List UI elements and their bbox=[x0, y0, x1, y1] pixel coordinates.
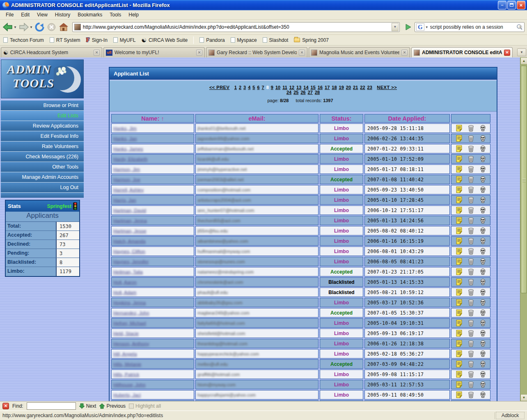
skull-icon[interactable] bbox=[479, 278, 486, 285]
sidebar-item-browse-or-print[interactable]: Browse or Print bbox=[1, 100, 84, 111]
tab-close-icon[interactable]: ✕ bbox=[196, 50, 202, 56]
trash-icon[interactable] bbox=[467, 186, 474, 193]
note-icon[interactable] bbox=[456, 166, 463, 173]
applicant-name-link[interactable]: Holt, Adam bbox=[112, 290, 136, 295]
url-dropdown-icon[interactable]: ▼ bbox=[392, 23, 399, 31]
menu-tools[interactable]: Tools bbox=[106, 11, 124, 19]
tab-list-dropdown-icon[interactable]: ▼ bbox=[517, 48, 526, 56]
bookmark-item[interactable]: FSign-In bbox=[86, 37, 108, 43]
pagination-page-link[interactable]: 14 bbox=[303, 85, 308, 90]
sidebar-item-rate-volunteers[interactable]: Rate Volunteers bbox=[1, 142, 84, 152]
tab-close-icon[interactable]: ✕ bbox=[299, 50, 305, 56]
sidebar-item-log-out[interactable]: Log Out bbox=[1, 183, 84, 193]
applicant-name-link[interactable]: Harmon, Jim bbox=[112, 167, 140, 172]
trash-icon[interactable] bbox=[467, 196, 474, 203]
trash-icon[interactable] bbox=[467, 299, 474, 306]
applicant-name-link[interactable]: Hefner, Michael bbox=[112, 321, 146, 326]
trash-icon[interactable] bbox=[467, 237, 474, 244]
menu-view[interactable]: View bbox=[34, 11, 51, 19]
applicant-name-link[interactable]: Hanks, Jan bbox=[112, 136, 137, 141]
note-icon[interactable] bbox=[456, 176, 463, 183]
bookmark-item[interactable]: Slashdot bbox=[263, 37, 289, 43]
applicant-name-link[interactable]: Hills, Patrick bbox=[112, 372, 139, 377]
skull-icon[interactable] bbox=[479, 237, 486, 244]
bookmark-item[interactable]: ☯CIRCA Web Suite bbox=[141, 37, 188, 43]
skull-icon[interactable] bbox=[479, 207, 486, 214]
pagination-page-link[interactable]: 6 bbox=[257, 85, 259, 90]
applicant-name-link[interactable]: Hills, Melanie bbox=[112, 362, 141, 367]
highlight-all-toggle[interactable]: Highlight all bbox=[129, 403, 161, 409]
pagination-page-link[interactable]: 26 bbox=[300, 90, 305, 95]
trash-icon[interactable] bbox=[467, 350, 474, 357]
skull-icon[interactable] bbox=[479, 166, 486, 173]
note-icon[interactable] bbox=[456, 217, 463, 224]
go-button[interactable] bbox=[403, 22, 413, 32]
pagination-page-link[interactable]: 28 bbox=[315, 90, 320, 95]
bookmark-item[interactable]: Spring 2007 bbox=[294, 37, 329, 43]
trash-icon[interactable] bbox=[467, 320, 474, 326]
column-header-date[interactable]: Date Applied: bbox=[364, 114, 450, 123]
pagination-prev[interactable]: << PREV bbox=[209, 85, 229, 90]
tab-close-icon[interactable]: ✕ bbox=[504, 50, 510, 56]
skull-icon[interactable] bbox=[479, 381, 486, 388]
trash-icon[interactable] bbox=[467, 381, 474, 388]
note-icon[interactable] bbox=[456, 145, 463, 152]
tab[interactable]: ☯CIRCA Headcount System✕ bbox=[1, 47, 102, 57]
applicant-name-link[interactable]: Harris, Jan bbox=[112, 198, 136, 203]
bookmark-item[interactable]: Techcon Forum bbox=[3, 37, 44, 43]
reload-button[interactable] bbox=[34, 22, 45, 32]
applicant-name-link[interactable]: Huberts, Jaci bbox=[112, 393, 141, 397]
applicant-name-link[interactable]: Haynes, Jennifer bbox=[112, 259, 149, 264]
note-icon[interactable] bbox=[456, 186, 463, 193]
forward-button[interactable]: ▼ bbox=[18, 22, 33, 32]
bookmark-item[interactable]: Pandora bbox=[199, 37, 225, 43]
trash-icon[interactable] bbox=[467, 248, 474, 255]
note-icon[interactable] bbox=[456, 135, 463, 142]
trash-icon[interactable] bbox=[467, 145, 474, 152]
pagination-page-link[interactable]: 12 bbox=[289, 85, 294, 90]
applicant-name-link[interactable]: Harmon, Joe bbox=[112, 177, 140, 182]
trash-icon[interactable] bbox=[467, 227, 474, 234]
applicant-name-link[interactable]: Hartman, Jenna bbox=[112, 218, 147, 223]
trash-icon[interactable] bbox=[467, 217, 474, 224]
trash-icon[interactable] bbox=[467, 309, 474, 316]
sidebar-item-review-applications[interactable]: Review Applications bbox=[1, 121, 84, 131]
skull-icon[interactable] bbox=[479, 227, 486, 234]
pagination-page-link[interactable]: 10 bbox=[275, 85, 280, 90]
scrollbar-thumb[interactable] bbox=[521, 66, 527, 293]
pagination-page-link[interactable]: 23 bbox=[367, 85, 372, 90]
skull-icon[interactable] bbox=[479, 289, 486, 296]
note-icon[interactable] bbox=[456, 289, 463, 296]
skull-icon[interactable] bbox=[479, 371, 486, 378]
trash-icon[interactable] bbox=[467, 135, 474, 142]
url-text[interactable]: http://www.garyreckard.com/MagnoliaMusic… bbox=[83, 24, 392, 30]
skull-icon[interactable] bbox=[479, 186, 486, 193]
find-close-icon[interactable]: ✕ bbox=[2, 403, 9, 409]
skull-icon[interactable] bbox=[479, 125, 486, 132]
skull-icon[interactable] bbox=[479, 268, 486, 275]
applicant-name-link[interactable]: Hill, Angela bbox=[112, 352, 137, 356]
trash-icon[interactable] bbox=[467, 258, 474, 265]
back-button[interactable]: ▼ bbox=[2, 22, 17, 32]
applicant-name-link[interactable]: Hillhouse, John bbox=[112, 382, 146, 387]
search-input[interactable]: script possibly relies on a session bbox=[430, 24, 516, 30]
sidebar-item-other-tools[interactable]: Other Tools bbox=[1, 162, 84, 172]
applicant-name-link[interactable]: Hanks, James bbox=[112, 146, 143, 151]
note-icon[interactable] bbox=[456, 309, 463, 316]
note-icon[interactable] bbox=[456, 125, 463, 132]
pagination-page-link[interactable]: 5 bbox=[252, 85, 255, 90]
note-icon[interactable] bbox=[456, 299, 463, 306]
pagination-page-link[interactable]: 4 bbox=[248, 85, 250, 90]
skull-icon[interactable] bbox=[479, 330, 486, 337]
note-icon[interactable] bbox=[456, 340, 463, 347]
applicant-name-link[interactable]: Hopkins, Jenna bbox=[112, 300, 146, 305]
skull-icon[interactable] bbox=[479, 145, 486, 152]
trash-icon[interactable] bbox=[467, 340, 474, 347]
address-bar[interactable]: http://www.garyreckard.com/MagnoliaMusic… bbox=[72, 22, 400, 32]
forward-dropdown-icon[interactable]: ▼ bbox=[30, 25, 33, 29]
skull-icon[interactable] bbox=[479, 309, 486, 316]
restore-button[interactable] bbox=[507, 1, 516, 9]
note-icon[interactable] bbox=[456, 330, 463, 337]
column-header-email[interactable]: eMail: bbox=[195, 114, 318, 123]
note-icon[interactable] bbox=[456, 278, 463, 285]
